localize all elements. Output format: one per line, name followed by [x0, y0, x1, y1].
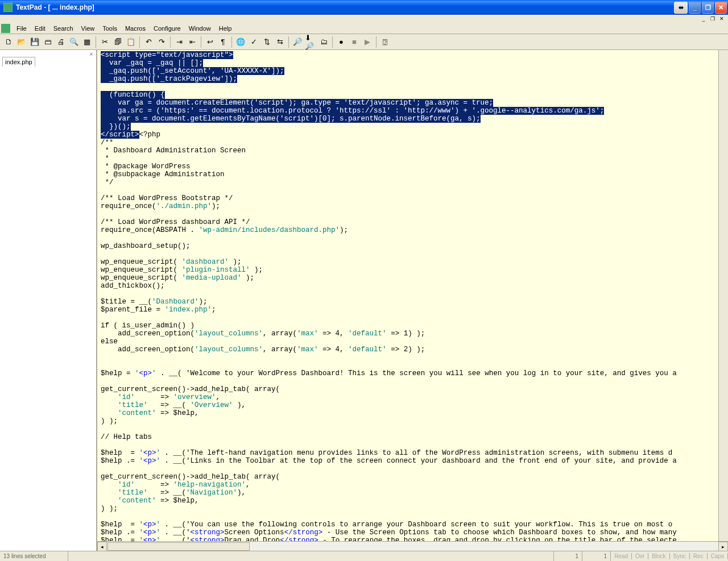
sidebar-close-icon[interactable]: × — [88, 51, 95, 58]
resize-button[interactable]: ⬌ — [674, 2, 688, 14]
stop-macro-icon[interactable]: ■ — [348, 36, 361, 48]
menu-edit[interactable]: Edit — [31, 24, 49, 33]
code-editor[interactable]: <script type="text/javascript"> var _gaq… — [97, 50, 718, 541]
cut-icon[interactable]: ✂ — [98, 36, 111, 48]
browser-icon[interactable]: 🌐 — [234, 36, 247, 48]
find-icon[interactable]: 🔎 — [291, 36, 304, 48]
copy-icon[interactable]: 🗐 — [111, 36, 124, 48]
print-icon[interactable]: 🖨 — [55, 36, 67, 48]
close-button[interactable]: ✕ — [715, 2, 727, 14]
save-icon[interactable]: 💾 — [28, 36, 41, 48]
app-icon — [3, 3, 13, 12]
spell-icon[interactable]: ✓ — [247, 36, 260, 48]
scroll-left-icon[interactable]: ◂ — [97, 542, 107, 551]
minimize-button[interactable]: _ — [689, 2, 701, 14]
document-tab[interactable]: index.php — [2, 57, 35, 67]
menu-file[interactable]: File — [13, 24, 31, 33]
indent-icon[interactable]: ⇥ — [173, 36, 185, 48]
menubar: FileEditSearchViewToolsMacrosConfigureWi… — [0, 23, 728, 34]
scroll-right-icon[interactable]: ▸ — [718, 542, 728, 551]
menu-macros[interactable]: Macros — [121, 24, 150, 33]
help-icon[interactable]: ⍰ — [379, 36, 391, 48]
mdi-controls: _ ❐ ✕ — [0, 15, 728, 23]
mdi-minimize[interactable]: _ — [700, 15, 708, 22]
compare-icon[interactable]: ⇆ — [274, 36, 286, 48]
window-title: TextPad - [ ... index.php] — [15, 3, 673, 11]
play-macro-icon[interactable]: ▶ — [361, 36, 374, 48]
new-file-icon[interactable]: 🗋 — [2, 36, 15, 48]
find-next-icon[interactable]: ⬇🔎 — [304, 36, 317, 48]
status-flag-rec: Rec — [690, 553, 708, 559]
status-col: 1 — [582, 551, 611, 561]
menu-search[interactable]: Search — [49, 24, 77, 33]
vertical-scrollbar[interactable] — [718, 50, 728, 541]
paste-icon[interactable]: 📋 — [125, 36, 137, 48]
status-line: 1 — [554, 551, 582, 561]
open-file-icon[interactable]: 📂 — [15, 36, 28, 48]
undo-icon[interactable]: ↶ — [142, 36, 155, 48]
outdent-icon[interactable]: ⇤ — [186, 36, 198, 48]
find-files-icon[interactable]: 🗂 — [317, 36, 330, 48]
print-preview-icon[interactable]: 🔍 — [68, 36, 80, 48]
statusbar: 13 lines selected 1 1 ReadOvrBlockSyncRe… — [0, 551, 728, 561]
menu-window[interactable]: Window — [185, 24, 215, 33]
show-symbols-icon[interactable]: ¶ — [217, 36, 229, 48]
mdi-close[interactable]: ✕ — [718, 15, 726, 22]
status-flag-sync: Sync — [670, 553, 690, 559]
status-flag-block: Block — [648, 553, 669, 559]
redo-icon[interactable]: ↷ — [155, 36, 168, 48]
maximize-button[interactable]: ❐ — [702, 2, 714, 14]
mdi-restore[interactable]: ❐ — [709, 15, 717, 22]
menu-view[interactable]: View — [77, 24, 99, 33]
menu-configure[interactable]: Configure — [150, 24, 185, 33]
window-titlebar: TextPad - [ ... index.php] ⬌ _ ❐ ✕ — [0, 0, 728, 15]
status-flag-read: Read — [611, 553, 632, 559]
record-macro-icon[interactable]: ● — [335, 36, 348, 48]
toolbar: 🗋 📂 💾 🗃 🖨 🔍 ▦ ✂ 🗐 📋 ↶ ↷ ⇥ ⇤ ↩ ¶ 🌐 ✓ ⇅ ⇆ … — [0, 34, 728, 50]
status-flag-ovr: Ovr — [632, 553, 648, 559]
sort-icon[interactable]: ⇅ — [260, 36, 273, 48]
menu-tools[interactable]: Tools — [98, 24, 121, 33]
horizontal-scrollbar[interactable]: ◂ ▸ — [97, 541, 728, 551]
menu-help[interactable]: Help — [215, 24, 236, 33]
doc-icon — [1, 24, 10, 33]
wordwrap-icon[interactable]: ↩ — [204, 36, 216, 48]
status-selection: 13 lines selected — [0, 551, 68, 561]
properties-icon[interactable]: ▦ — [81, 36, 93, 48]
save-all-icon[interactable]: 🗃 — [42, 36, 54, 48]
status-flag-caps: Caps — [708, 553, 728, 559]
document-selector: × index.php — [0, 50, 97, 551]
